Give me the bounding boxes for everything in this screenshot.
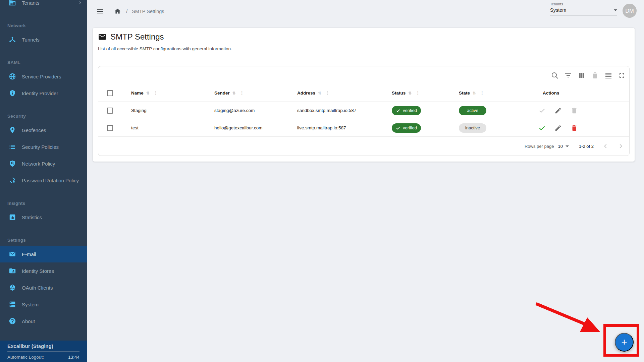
location-pin-plus-icon	[9, 126, 16, 134]
filter-icon[interactable]	[564, 71, 572, 79]
row-checkbox[interactable]	[107, 108, 113, 114]
sidebar-item-statistics[interactable]: Statistics	[0, 209, 87, 226]
sidebar-item-label: Network Policy	[22, 161, 55, 167]
chevron-down-icon	[566, 145, 569, 147]
home-icon	[114, 8, 121, 15]
folder-person-icon	[9, 267, 16, 275]
chevron-right-icon	[617, 142, 625, 150]
pagination-range: 1-2 of 2	[579, 144, 594, 149]
sort-icon: ⇅	[473, 91, 476, 96]
column-header-state[interactable]: State⇅⋮	[449, 90, 520, 96]
column-menu-icon[interactable]: ⋮	[154, 90, 158, 96]
column-header-actions: Actions	[520, 90, 629, 96]
sidebar-item-label: System	[22, 302, 39, 307]
columns-icon[interactable]	[578, 71, 586, 79]
tenant-select[interactable]: Tenants System	[550, 2, 617, 15]
sidebar-item-label: Password Rotation Policy	[22, 178, 79, 183]
sidebar-item-label: Geofences	[22, 127, 46, 133]
table-pagination: Rows per page 10 1-2 of 2	[98, 137, 629, 156]
envelope-icon	[9, 250, 16, 258]
delete-trash-icon[interactable]	[571, 124, 578, 132]
edit-pencil-icon[interactable]	[554, 124, 562, 132]
menu-toggle-button[interactable]	[96, 7, 104, 15]
status-badge: verified	[392, 123, 421, 133]
search-icon[interactable]	[551, 71, 559, 79]
column-menu-icon[interactable]: ⋮	[480, 90, 484, 96]
next-page-button	[617, 142, 625, 150]
column-menu-icon[interactable]: ⋮	[240, 90, 244, 96]
cell-address: live.smtp.mailtrap.io:587	[288, 125, 382, 130]
edit-pencil-icon[interactable]	[554, 107, 562, 114]
previous-page-button	[602, 142, 609, 150]
sidebar-item-label: Security Policies	[22, 144, 59, 150]
breadcrumb-home-link[interactable]	[114, 8, 121, 15]
trash-icon	[591, 71, 599, 79]
sidebar-item-geofences[interactable]: Geofences	[0, 122, 87, 138]
column-header-address[interactable]: Address⇅⋮	[288, 90, 382, 96]
breadcrumb-current: SMTP Settings	[132, 9, 164, 14]
section-label-saml: SAML	[0, 57, 87, 68]
approve-check-icon[interactable]	[538, 124, 546, 132]
cell-sender: hello@getexcalibur.com	[205, 125, 288, 130]
page-title: SMTP Settings	[110, 32, 164, 42]
column-header-name[interactable]: Name⇅⋮	[122, 90, 205, 96]
table-row: Staging staging@azure.com sandbox.smtp.m…	[98, 102, 629, 119]
fullscreen-icon[interactable]	[618, 71, 626, 79]
density-icon[interactable]	[604, 71, 612, 79]
hamburger-icon	[96, 7, 104, 15]
column-menu-icon[interactable]: ⋮	[325, 90, 330, 96]
sidebar-item-about[interactable]: About	[0, 313, 87, 329]
column-header-sender[interactable]: Sender⇅⋮	[205, 90, 288, 96]
sidebar-footer: Excalibur (Staging) Automatic Logout: 13…	[0, 341, 87, 362]
cell-address: sandbox.smtp.mailtrap.io:587	[288, 108, 382, 113]
sidebar-item-security-policies[interactable]: Security Policies	[0, 138, 87, 155]
sidebar-item-identity-stores[interactable]: Identity Stores	[0, 262, 87, 279]
column-menu-icon[interactable]: ⋮	[416, 90, 420, 96]
sidebar-item-tenants[interactable]: Tenants	[0, 0, 87, 11]
table-header-row: Name⇅⋮ Sender⇅⋮ Address⇅⋮ Status⇅⋮ State…	[98, 84, 629, 102]
avatar-initials: DM	[625, 8, 634, 14]
sidebar-item-label: OAuth Clients	[22, 285, 53, 291]
state-badge: active	[459, 106, 486, 115]
chevron-left-icon	[602, 142, 609, 150]
main-content: SMTP Settings List of all accessible SMT…	[87, 22, 644, 362]
sidebar-item-service-providers[interactable]: Service Providers	[0, 68, 87, 85]
column-header-status[interactable]: Status⇅⋮	[382, 90, 449, 96]
check-icon	[396, 108, 400, 113]
sidebar-item-system[interactable]: System	[0, 296, 87, 313]
list-icon	[9, 143, 16, 150]
check-icon	[396, 126, 400, 130]
smtp-settings-card: SMTP Settings List of all accessible SMT…	[93, 28, 635, 162]
sidebar-item-identity-provider[interactable]: Identity Provider	[0, 85, 87, 102]
sidebar-item-label: Statistics	[22, 215, 42, 220]
chevron-right-icon	[77, 0, 83, 5]
sort-icon: ⇅	[318, 91, 321, 96]
sidebar-item-label: About	[22, 318, 35, 324]
sidebar-nav: Tenants Network Tunnels SAML Service Pro…	[0, 0, 87, 329]
page-subtitle: List of all accessible SMTP configuratio…	[98, 46, 232, 51]
avatar[interactable]: DM	[623, 4, 637, 18]
add-smtp-button[interactable]: +	[615, 333, 634, 352]
cell-name: test	[122, 125, 205, 130]
brand-name: Excalibur (Staging)	[7, 343, 79, 349]
sidebar: Tenants Network Tunnels SAML Service Pro…	[0, 0, 87, 362]
sidebar-item-tunnels[interactable]: Tunnels	[0, 31, 87, 48]
row-checkbox[interactable]	[107, 125, 113, 131]
logout-countdown: 13:44	[68, 355, 79, 360]
section-label-insights: Insights	[0, 197, 87, 209]
section-label-settings: Settings	[0, 234, 87, 246]
sidebar-item-label: Tunnels	[22, 37, 40, 43]
app-root: Tenants Network Tunnels SAML Service Pro…	[0, 0, 644, 362]
rows-per-page-select[interactable]: 10	[558, 144, 569, 149]
sidebar-item-network-policy[interactable]: Network Policy	[0, 155, 87, 172]
sidebar-item-label: Identity Stores	[22, 268, 54, 274]
sort-icon: ⇅	[232, 91, 236, 96]
sidebar-item-password-rotation-policy[interactable]: Password Rotation Policy	[0, 172, 87, 189]
sidebar-item-oauth-clients[interactable]: OAuth Clients	[0, 279, 87, 296]
bar-chart-icon	[9, 214, 16, 221]
select-all-checkbox[interactable]	[107, 90, 113, 96]
tunnel-nodes-icon	[9, 36, 16, 43]
sort-icon: ⇅	[408, 91, 412, 96]
sidebar-item-label: E-mail	[22, 251, 36, 257]
sidebar-item-email[interactable]: E-mail	[0, 246, 87, 262]
